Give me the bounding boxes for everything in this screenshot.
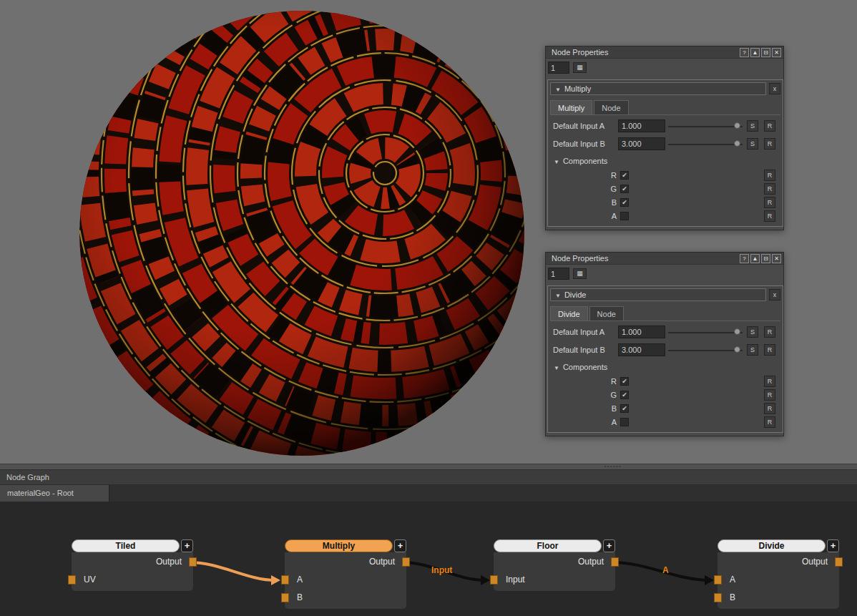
default-input-b-value[interactable] <box>618 343 665 356</box>
reset-button[interactable]: R <box>764 210 775 222</box>
reset-button[interactable]: R <box>764 376 775 387</box>
field-label: Default Input B <box>553 140 605 148</box>
swatch-icon[interactable]: ▦ <box>573 62 587 73</box>
collapse-icon[interactable]: ▲ <box>750 254 760 263</box>
close-icon[interactable]: ✕ <box>772 254 781 263</box>
node-title[interactable]: Tiled <box>72 539 180 552</box>
3d-viewport[interactable]: Node Properties ? ▲ ⊟ ✕ ▦ ▼Multiply x Mu… <box>0 0 857 464</box>
default-input-b-value[interactable] <box>618 137 665 150</box>
slider-handle[interactable] <box>734 346 740 353</box>
set-key-button[interactable]: S <box>747 138 758 150</box>
node-group-header[interactable]: ▼Divide <box>550 288 766 301</box>
channel-g-checkbox[interactable]: ✔ <box>620 391 629 399</box>
channel-b-checkbox[interactable]: ✔ <box>620 404 629 413</box>
float-icon[interactable]: ⊟ <box>761 48 770 57</box>
swatch-icon[interactable]: ▦ <box>573 268 587 279</box>
reset-button[interactable]: R <box>764 183 775 195</box>
channel-label: B <box>548 198 617 207</box>
channel-b-checkbox[interactable]: ✔ <box>620 198 629 207</box>
help-icon[interactable]: ? <box>740 254 749 263</box>
node-title[interactable]: Divide <box>718 539 826 552</box>
close-icon[interactable]: ✕ <box>772 48 781 57</box>
input-port[interactable] <box>281 593 289 602</box>
float-icon[interactable]: ⊟ <box>761 254 770 263</box>
channel-r-checkbox[interactable]: ✔ <box>620 377 629 386</box>
slider-handle[interactable] <box>734 140 740 147</box>
add-node-button[interactable]: + <box>394 539 406 552</box>
reset-button[interactable]: R <box>764 344 775 356</box>
output-port[interactable] <box>835 557 843 567</box>
reset-button[interactable]: R <box>764 403 775 414</box>
input-port[interactable] <box>68 575 76 585</box>
set-key-button[interactable]: S <box>747 326 758 338</box>
reset-button[interactable]: R <box>764 389 775 401</box>
field-label: Default Input A <box>553 122 604 130</box>
reset-button[interactable]: R <box>764 120 775 132</box>
output-row: Output <box>494 553 615 571</box>
pin-count-input[interactable] <box>548 62 569 74</box>
add-node-button[interactable]: + <box>603 539 615 552</box>
input-port[interactable] <box>281 575 289 585</box>
field-label: Default Input B <box>553 346 605 354</box>
node-graph-header[interactable]: Node Graph <box>0 470 857 485</box>
node-title[interactable]: Floor <box>494 539 602 552</box>
channel-label: R <box>548 377 617 386</box>
remove-node-button[interactable]: x <box>769 83 780 94</box>
tab-materialgeo-root[interactable]: materialGeo - Root <box>0 485 109 502</box>
node-tabs: Divide Node <box>550 305 625 321</box>
reset-button[interactable]: R <box>764 197 775 208</box>
wire-tiled-to-multiply[interactable] <box>190 562 275 580</box>
tab-node[interactable]: Node <box>589 306 624 321</box>
splitter-grip-icon[interactable]: •••••• <box>604 464 622 469</box>
set-key-button[interactable]: S <box>747 344 758 356</box>
set-key-button[interactable]: S <box>747 120 758 132</box>
default-input-a-slider[interactable] <box>668 332 743 333</box>
add-node-button[interactable]: + <box>181 539 193 552</box>
output-row: Output <box>718 553 839 571</box>
channel-r-checkbox[interactable]: ✔ <box>620 171 629 180</box>
slider-handle[interactable] <box>734 328 740 335</box>
components-header[interactable]: ▼Components <box>554 363 607 371</box>
panel-titlebar[interactable]: Node Properties ? ▲ ⊟ ✕ <box>546 47 783 59</box>
input-port[interactable] <box>714 575 722 585</box>
tab-divide[interactable]: Divide <box>550 306 588 321</box>
default-input-a-slider[interactable] <box>668 126 743 127</box>
reset-button[interactable]: R <box>764 138 775 150</box>
remove-node-button[interactable]: x <box>769 289 780 300</box>
node-graph-canvas[interactable]: Input A Tiled + Output UV Multiply + Out… <box>0 502 857 616</box>
default-input-b-slider[interactable] <box>668 350 743 351</box>
default-input-a-value[interactable] <box>618 326 665 338</box>
node-graph-title: Node Graph <box>6 473 49 481</box>
tab-node[interactable]: Node <box>594 100 628 114</box>
reset-button[interactable]: R <box>764 416 775 428</box>
node-body: Output A B <box>285 552 406 609</box>
default-input-a-value[interactable] <box>618 119 665 132</box>
channel-g-checkbox[interactable]: ✔ <box>620 185 629 193</box>
input-row-uv: UV <box>72 571 193 589</box>
help-icon[interactable]: ? <box>740 48 749 57</box>
node-title[interactable]: Multiply <box>285 539 393 552</box>
collapse-icon[interactable]: ▲ <box>750 48 760 57</box>
wire-floor-to-divide[interactable] <box>611 562 709 580</box>
channel-row-b: B ✔ R <box>548 402 783 416</box>
reset-button[interactable]: R <box>764 170 775 181</box>
input-port[interactable] <box>490 575 498 585</box>
channel-row-a: A R <box>548 416 783 429</box>
channel-a-checkbox[interactable] <box>620 418 629 426</box>
slider-handle[interactable] <box>734 122 740 129</box>
output-port[interactable] <box>189 557 197 567</box>
add-node-button[interactable]: + <box>827 539 839 552</box>
components-header[interactable]: ▼Components <box>554 157 607 165</box>
input-port[interactable] <box>714 593 722 602</box>
node-group-header[interactable]: ▼Multiply <box>550 82 766 95</box>
tab-multiply[interactable]: Multiply <box>550 100 592 114</box>
panel-titlebar[interactable]: Node Properties ? ▲ ⊟ ✕ <box>546 253 783 265</box>
dock-splitter[interactable]: •••••• <box>0 464 857 470</box>
pin-count-input[interactable] <box>548 268 569 280</box>
wire-arrow-icon <box>271 575 280 585</box>
channel-a-checkbox[interactable] <box>620 212 629 220</box>
default-input-b-slider[interactable] <box>668 144 743 145</box>
output-port[interactable] <box>611 557 619 567</box>
output-port[interactable] <box>402 557 410 567</box>
reset-button[interactable]: R <box>764 326 775 338</box>
